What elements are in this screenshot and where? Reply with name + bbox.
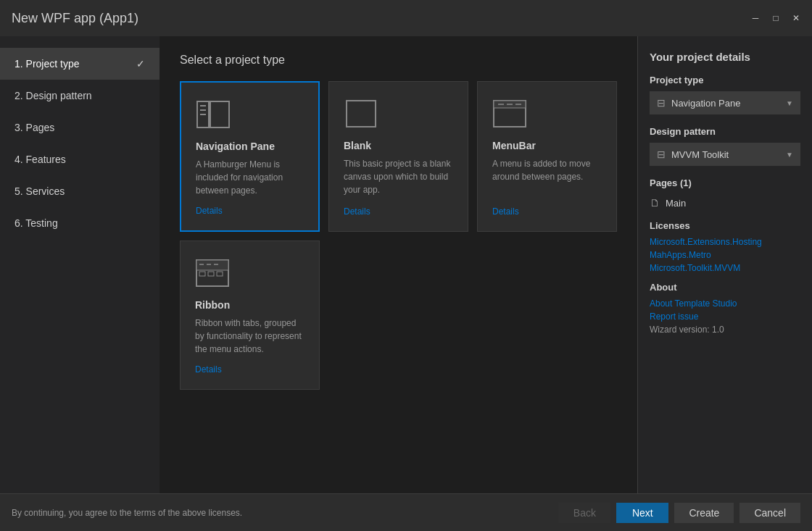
sidebar-item-label: 5. Services (14, 185, 65, 197)
sidebar: 1. Project type ✓ 2. Design pattern 3. P… (0, 36, 160, 493)
page-icon: 🗋 (650, 197, 660, 209)
about-label: About (650, 282, 800, 293)
card-menubar-title: MenuBar (492, 140, 602, 151)
minimize-button[interactable]: ─ (748, 11, 763, 25)
svg-rect-5 (347, 101, 376, 127)
card-ribbon-icon (195, 256, 304, 290)
page-name: Main (666, 198, 686, 209)
content-heading: Select a project type (180, 54, 617, 67)
card-blank-icon (344, 96, 453, 131)
sidebar-item-features[interactable]: 4. Features (0, 143, 160, 175)
main-layout: 1. Project type ✓ 2. Design pattern 3. P… (0, 36, 812, 493)
sidebar-item-services[interactable]: 5. Services (0, 175, 160, 207)
bottom-bar: By continuing, you agree to the terms of… (0, 493, 812, 531)
sidebar-item-label: 6. Testing (14, 217, 58, 229)
card-ribbon-details[interactable]: Details (195, 364, 304, 375)
sidebar-item-testing[interactable]: 6. Testing (0, 207, 160, 239)
license-link-0[interactable]: Microsoft.Extensions.Hosting (650, 237, 800, 247)
card-blank-details[interactable]: Details (344, 206, 453, 217)
wizard-version: Wizard version: 1.0 (650, 325, 800, 335)
content-area: Select a project type Navigation Pane A … (160, 36, 637, 493)
card-navigation-pane-details[interactable]: Details (196, 206, 304, 216)
svg-rect-1 (210, 101, 229, 127)
card-navigation-pane[interactable]: Navigation Pane A Hamburger Menu is incl… (180, 81, 320, 232)
project-type-value: Navigation Pane (671, 98, 740, 109)
sidebar-item-label: 3. Pages (14, 122, 54, 133)
card-ribbon-desc: Ribbon with tabs, grouped by functionali… (195, 317, 304, 356)
right-panel-heading: Your project details (650, 51, 800, 63)
chevron-down-icon: ▼ (786, 99, 793, 107)
card-blank[interactable]: Blank This basic project is a blank canv… (328, 81, 468, 232)
card-menubar-icon (492, 96, 602, 131)
bottom-buttons: Back Next Create Cancel (558, 503, 800, 523)
create-button[interactable]: Create (674, 503, 734, 523)
project-type-label: Project type (650, 75, 800, 85)
svg-rect-16 (199, 272, 205, 276)
maximize-button[interactable]: □ (768, 11, 783, 25)
design-pattern-value: MVVM Toolkit (671, 149, 729, 160)
right-panel: Your project details Project type ⊟ Navi… (638, 36, 812, 493)
svg-rect-17 (208, 272, 214, 276)
window-controls: ─ □ ✕ (748, 11, 803, 25)
card-ribbon-title: Ribbon (195, 299, 304, 311)
window-title: New WPF app (App1) (12, 11, 138, 26)
sidebar-item-pages[interactable]: 3. Pages (0, 112, 160, 143)
page-item-main: 🗋 Main (650, 194, 800, 212)
card-ribbon[interactable]: Ribbon Ribbon with tabs, grouped by func… (180, 241, 320, 390)
dp-dd-icon: ⊟ (657, 149, 666, 160)
report-issue-link[interactable]: Report issue (650, 312, 800, 322)
card-blank-title: Blank (344, 140, 453, 151)
chevron-down-icon-dp: ▼ (786, 151, 793, 159)
card-navigation-pane-desc: A Hamburger Menu is included for navigat… (196, 158, 304, 197)
sidebar-item-label: 2. Design pattern (14, 90, 92, 101)
license-link-2[interactable]: Microsoft.Toolkit.MVVM (650, 263, 800, 273)
sidebar-item-design-pattern[interactable]: 2. Design pattern (0, 80, 160, 112)
card-menubar-desc: A menu is added to move around between p… (492, 157, 602, 198)
cards-row2: Ribbon Ribbon with tabs, grouped by func… (180, 241, 617, 390)
checkmark-icon: ✓ (136, 58, 145, 70)
card-blank-desc: This basic project is a blank canvas upo… (344, 157, 453, 198)
design-pattern-dropdown[interactable]: ⊟ MVVM Toolkit ▼ (650, 143, 800, 166)
svg-rect-18 (217, 272, 223, 276)
cards-row1: Navigation Pane A Hamburger Menu is incl… (180, 81, 617, 232)
license-note: By continuing, you agree to the terms of… (12, 508, 558, 518)
back-button[interactable]: Back (558, 503, 610, 523)
licenses-label: Licenses (650, 220, 800, 231)
cancel-button[interactable]: Cancel (740, 503, 800, 523)
dd-left-dp: ⊟ MVVM Toolkit (657, 149, 729, 160)
sidebar-item-label: 1. Project type (14, 58, 80, 70)
next-button[interactable]: Next (616, 503, 668, 523)
title-bar: New WPF app (App1) ─ □ ✕ (0, 0, 812, 36)
license-link-1[interactable]: MahApps.Metro (650, 250, 800, 260)
design-pattern-label: Design pattern (650, 126, 800, 137)
pages-label: Pages (1) (650, 177, 800, 188)
project-type-dropdown[interactable]: ⊟ Navigation Pane ▼ (650, 91, 800, 114)
nav-pane-dd-icon: ⊟ (657, 97, 666, 109)
card-navigation-pane-title: Navigation Pane (196, 141, 304, 152)
sidebar-item-label: 4. Features (14, 154, 66, 165)
svg-rect-12 (196, 260, 228, 270)
close-button[interactable]: ✕ (789, 11, 803, 25)
card-menubar[interactable]: MenuBar A menu is added to move around b… (477, 81, 617, 232)
dd-left: ⊟ Navigation Pane (657, 97, 740, 109)
about-template-studio-link[interactable]: About Template Studio (650, 298, 800, 309)
card-menubar-details[interactable]: Details (492, 206, 602, 217)
sidebar-item-project-type[interactable]: 1. Project type ✓ (0, 48, 160, 80)
card-navigation-pane-icon (196, 97, 304, 132)
